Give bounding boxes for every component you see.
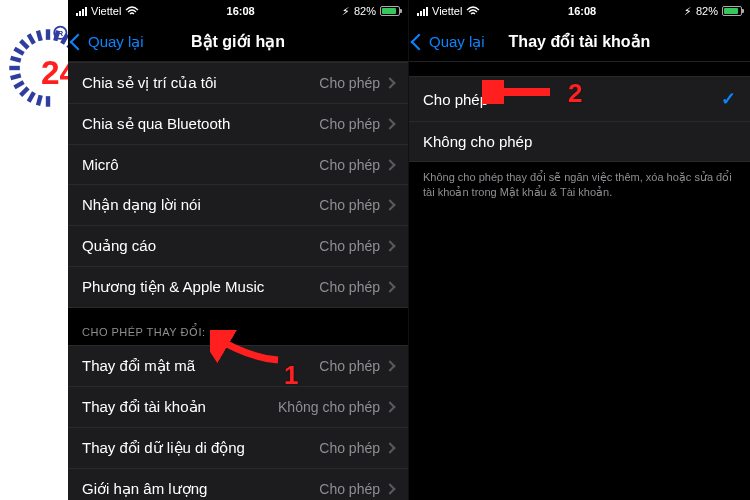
row-value: Không cho phép [278,399,394,415]
settings-row[interactable]: Thay đổi mật mãCho phép [68,345,408,387]
battery-pct: 82% [354,5,376,17]
row-label: Phương tiện & Apple Music [82,278,319,296]
clock: 16:08 [568,5,596,17]
chevron-right-icon [384,401,395,412]
row-value: Cho phép [319,157,394,173]
wifi-icon [466,6,480,16]
svg-line-6 [38,95,41,105]
row-value: Cho phép [319,116,394,132]
status-bar: Viettel 16:08 ⚡︎ 82% [68,0,408,22]
chevron-right-icon [384,240,395,251]
left-screenshot: Viettel 16:08 ⚡︎ 82% Quay lại Bật giới h… [68,0,409,500]
chevron-right-icon [384,159,395,170]
battery-pct: 82% [696,5,718,17]
settings-row[interactable]: Thay đổi dữ liệu di độngCho phép [68,428,408,469]
chevron-right-icon [384,118,395,129]
back-button[interactable]: Quay lại [68,33,144,51]
checkmark-icon: ✓ [721,88,736,110]
chevron-right-icon [384,360,395,371]
settings-row[interactable]: Phương tiện & Apple MusicCho phép [68,267,408,308]
chevron-left-icon [70,33,87,50]
svg-line-1 [55,31,58,41]
row-label: Nhận dạng lời nói [82,196,319,214]
row-label: Quảng cáo [82,237,319,255]
row-value: Cho phép [319,197,394,213]
row-value: Cho phép [319,481,394,497]
row-value: ✓ [721,88,736,110]
battery-icon [722,6,742,16]
row-label: Cho phép [423,91,721,108]
row-value: Cho phép [319,279,394,295]
status-bar: Viettel 16:08 ⚡︎ 82% [409,0,750,22]
settings-row[interactable]: Quảng cáoCho phép [68,226,408,267]
svg-line-10 [11,75,21,78]
svg-line-2 [62,34,67,43]
chevron-left-icon [411,33,428,50]
settings-row[interactable]: Chia sẻ qua BluetoothCho phép [68,104,408,145]
svg-line-13 [14,49,23,54]
nav-bar: Quay lại Thay đổi tài khoản [409,22,750,62]
chevron-right-icon [384,281,395,292]
row-label: Không cho phép [423,133,736,150]
svg-line-12 [11,58,21,61]
signal-icon [76,7,87,16]
row-label: Thay đổi mật mã [82,357,319,375]
svg-line-8 [21,88,28,95]
row-label: Chia sẻ qua Bluetooth [82,115,319,133]
option-row[interactable]: Không cho phép [409,122,750,162]
settings-row[interactable]: Thay đổi tài khoảnKhông cho phép [68,387,408,428]
row-label: Thay đổi dữ liệu di động [82,439,319,457]
carrier: Viettel [432,5,462,17]
settings-row[interactable]: Giới hạn âm lượngCho phép [68,469,408,500]
settings-row[interactable]: Nhận dạng lời nóiCho phép [68,185,408,226]
chevron-right-icon [384,483,395,494]
settings-row[interactable]: MicrôCho phép [68,145,408,185]
options-list: Cho phép✓Không cho phép Không cho phép t… [409,62,750,500]
right-screenshot: Viettel 16:08 ⚡︎ 82% Quay lại Thay đổi t… [409,0,750,500]
chevron-right-icon [384,77,395,88]
back-label: Quay lại [429,33,485,51]
svg-text:R: R [57,29,63,38]
chevron-right-icon [384,442,395,453]
row-label: Giới hạn âm lượng [82,480,319,498]
svg-line-14 [21,41,28,48]
battery-icon [380,6,400,16]
wifi-icon [125,6,139,16]
svg-line-15 [29,34,34,43]
signal-icon [417,7,428,16]
option-row[interactable]: Cho phép✓ [409,76,750,122]
chevron-right-icon [384,199,395,210]
row-value: Cho phép [319,358,394,374]
settings-list: Chia sẻ vị trí của tôiCho phépChia sẻ qu… [68,62,408,500]
section-header: CHO PHÉP THAY ĐỔI: [68,308,408,345]
back-label: Quay lại [88,33,144,51]
nav-bar: Quay lại Bật giới hạn [68,22,408,62]
row-label: Chia sẻ vị trí của tôi [82,74,319,92]
svg-point-17 [54,27,66,39]
row-value: Cho phép [319,238,394,254]
row-label: Thay đổi tài khoản [82,398,278,416]
svg-line-9 [14,82,23,87]
row-label: Micrô [82,156,319,173]
footnote: Không cho phép thay đổi sẽ ngăn việc thê… [409,162,750,209]
settings-row[interactable]: Chia sẻ vị trí của tôiCho phép [68,62,408,104]
row-value: Cho phép [319,440,394,456]
row-value: Cho phép [319,75,394,91]
carrier: Viettel [91,5,121,17]
svg-line-7 [29,92,34,101]
back-button[interactable]: Quay lại [409,33,485,51]
clock: 16:08 [227,5,255,17]
svg-line-16 [38,31,41,41]
